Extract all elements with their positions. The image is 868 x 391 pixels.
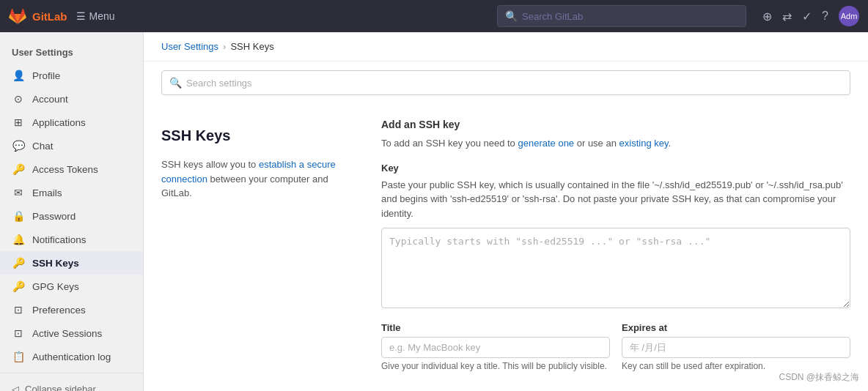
account-icon: ⊙ [12,93,25,105]
nav-icons: ⊕ ⇄ ✓ ? Adm [762,6,859,26]
content-area: SSH Keys SSH keys allow you to establish… [144,104,868,386]
key-field-label: Key [381,163,850,174]
expires-input[interactable] [622,337,850,358]
notifications-icon: 🔔 [12,234,25,245]
expires-hint: Key can still be used after expiration. [622,361,850,371]
title-hint: Give your individual key a title. This w… [381,361,610,371]
sidebar-item-preferences[interactable]: ⊡ Preferences [0,298,143,321]
title-label: Title [381,322,610,333]
applications-icon: ⊞ [12,116,25,128]
sidebar-item-notifications[interactable]: 🔔 Notifications [0,228,143,251]
chat-icon: 💬 [12,140,25,152]
expires-label: Expires at [622,322,850,333]
title-input[interactable] [381,337,610,358]
watermark: CSDN @抹香鲸之海 [779,371,859,384]
collapse-icon: ◁ [12,384,19,391]
existing-key-link[interactable]: existing key [619,138,669,149]
access-tokens-icon: 🔑 [12,163,25,175]
breadcrumb-parent[interactable]: User Settings [161,41,218,52]
menu-toggle[interactable]: ☰ Menu [76,10,115,22]
todo-icon[interactable]: ✓ [802,10,812,23]
hamburger-icon: ☰ [76,10,86,22]
layout: User Settings 👤 Profile ⊙ Account ⊞ Appl… [0,32,868,391]
key-description-text: Paste your public SSH key, which is usua… [381,178,850,221]
sidebar-item-profile[interactable]: 👤 Profile [0,64,143,87]
ssh-key-textarea[interactable] [381,228,850,308]
gpg-keys-icon: 🔑 [12,280,25,292]
auth-log-icon: 📋 [12,351,25,362]
sidebar-item-password[interactable]: 🔒 Password [0,204,143,228]
collapse-sidebar-button[interactable]: ◁ Collapse sidebar [0,378,143,391]
ssh-keys-icon: 🔑 [12,257,25,269]
sidebar-header: User Settings [0,38,143,64]
sidebar: User Settings 👤 Profile ⊙ Account ⊞ Appl… [0,32,144,391]
add-ssh-form: Add an SSH key To add an SSH key you nee… [381,119,850,371]
breadcrumb-current: SSH Keys [230,41,273,52]
search-input[interactable] [522,11,738,22]
gitlab-logo[interactable]: GitLab [9,7,67,25]
search-settings-input[interactable] [186,78,842,89]
sidebar-item-applications[interactable]: ⊞ Applications [0,111,143,134]
merge-request-icon[interactable]: ⇄ [782,10,792,23]
section-title: SSH Keys [161,119,352,149]
form-row: Title Give your individual key a title. … [381,322,850,371]
sidebar-item-access-tokens[interactable]: 🔑 Access Tokens [0,157,143,181]
global-search[interactable]: 🔍 [497,5,746,27]
ssh-keys-description: SSH Keys SSH keys allow you to establish… [161,119,352,371]
breadcrumb-separator: › [223,41,226,52]
sidebar-item-active-sessions[interactable]: ⊡ Active Sessions [0,321,143,345]
sidebar-item-gpg-keys[interactable]: 🔑 GPG Keys [0,275,143,298]
sidebar-item-account[interactable]: ⊙ Account [0,87,143,111]
active-sessions-icon: ⊡ [12,327,25,339]
section-description: SSH keys allow you to establish a secure… [161,157,352,201]
settings-search[interactable]: 🔍 [161,70,850,95]
generate-key-link[interactable]: generate one [518,138,574,149]
expires-field-group: Expires at Key can still be used after e… [622,322,850,371]
help-icon[interactable]: ? [822,10,828,23]
search-icon: 🔍 [505,10,518,22]
top-navigation: GitLab ☰ Menu 🔍 ⊕ ⇄ ✓ ? Adm [0,0,868,32]
create-icon[interactable]: ⊕ [762,10,772,23]
search-settings-icon: 🔍 [169,77,182,89]
sidebar-item-ssh-keys[interactable]: 🔑 SSH Keys [0,251,143,275]
avatar[interactable]: Adm [839,6,859,26]
profile-icon: 👤 [12,70,25,81]
breadcrumb: User Settings › SSH Keys [144,32,868,62]
emails-icon: ✉ [12,187,25,198]
sidebar-item-authentication-log[interactable]: 📋 Authentication log [0,345,143,368]
ssh-link[interactable]: establish a secure connection [161,159,336,185]
main-content: User Settings › SSH Keys 🔍 SSH Keys SSH … [144,32,868,391]
password-icon: 🔒 [12,210,25,222]
add-ssh-title: Add an SSH key [381,119,850,130]
sidebar-item-chat[interactable]: 💬 Chat [0,134,143,157]
sidebar-item-emails[interactable]: ✉ Emails [0,181,143,204]
preferences-icon: ⊡ [12,304,25,316]
add-ssh-description: To add an SSH key you need to generate o… [381,136,850,151]
title-field-group: Title Give your individual key a title. … [381,322,610,371]
